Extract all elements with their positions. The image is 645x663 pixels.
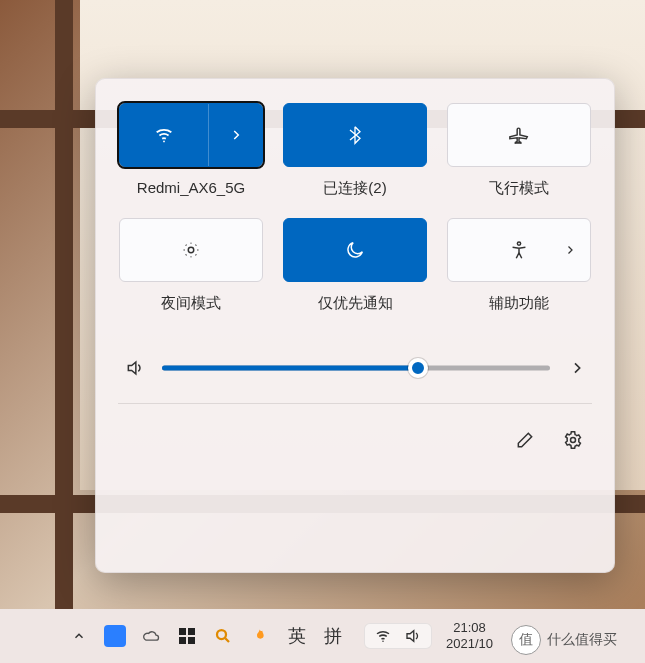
brightness-icon — [180, 239, 202, 261]
settings-button[interactable] — [560, 427, 586, 453]
accessibility-tile[interactable] — [447, 218, 591, 282]
taskbar-clock[interactable]: 21:08 2021/10 — [446, 620, 493, 653]
svg-point-1 — [188, 247, 194, 253]
quick-settings-panel: Redmi_AX6_5G 已连接(2) 飞行模式 — [95, 78, 615, 573]
airplane-icon — [508, 124, 530, 146]
volume-icon[interactable] — [122, 355, 148, 381]
volume-icon — [404, 627, 422, 645]
accessibility-icon — [508, 239, 530, 261]
slider-fill — [162, 366, 418, 371]
focus-assist-label: 仅优先通知 — [318, 294, 393, 313]
ime-mode[interactable]: 拼 — [324, 624, 342, 648]
moon-icon — [344, 239, 366, 261]
wifi-toggle[interactable] — [120, 104, 208, 166]
chevron-right-icon — [229, 128, 243, 142]
focus-assist-tile[interactable] — [283, 218, 427, 282]
wifi-expand[interactable] — [208, 104, 262, 166]
bluetooth-tile[interactable] — [283, 103, 427, 167]
onedrive-icon[interactable] — [140, 625, 162, 647]
tray-app-icon[interactable] — [104, 625, 126, 647]
bluetooth-label: 已连接(2) — [323, 179, 386, 198]
svg-point-3 — [571, 437, 576, 442]
svg-point-2 — [517, 242, 520, 245]
flame-icon[interactable] — [248, 625, 270, 647]
clock-time: 21:08 — [446, 620, 493, 636]
svg-point-0 — [163, 141, 165, 143]
svg-rect-5 — [188, 628, 195, 635]
accessibility-label: 辅助功能 — [489, 294, 549, 313]
tray-grid-icon[interactable] — [176, 625, 198, 647]
night-light-label: 夜间模式 — [161, 294, 221, 313]
volume-slider[interactable] — [162, 358, 550, 378]
slider-thumb[interactable] — [408, 358, 428, 378]
clock-date: 2021/10 — [446, 636, 493, 652]
wifi-label: Redmi_AX6_5G — [137, 179, 245, 196]
wifi-tile[interactable] — [119, 103, 263, 167]
svg-rect-6 — [179, 637, 186, 644]
airplane-tile[interactable] — [447, 103, 591, 167]
tray-overflow[interactable] — [68, 625, 90, 647]
volume-expand[interactable] — [564, 355, 590, 381]
search-icon[interactable] — [212, 625, 234, 647]
svg-rect-4 — [179, 628, 186, 635]
airplane-label: 飞行模式 — [489, 179, 549, 198]
system-tray-network-volume[interactable] — [364, 623, 432, 649]
svg-point-9 — [382, 641, 384, 643]
night-light-tile[interactable] — [119, 218, 263, 282]
chevron-right-icon — [564, 244, 576, 256]
taskbar: 英 拼 21:08 2021/10 — [0, 609, 645, 663]
ime-language[interactable]: 英 — [288, 624, 306, 648]
wifi-icon — [374, 627, 392, 645]
bluetooth-icon — [345, 123, 365, 147]
svg-point-8 — [217, 630, 226, 639]
edit-button[interactable] — [512, 427, 538, 453]
svg-rect-7 — [188, 637, 195, 644]
wifi-icon — [153, 124, 175, 146]
